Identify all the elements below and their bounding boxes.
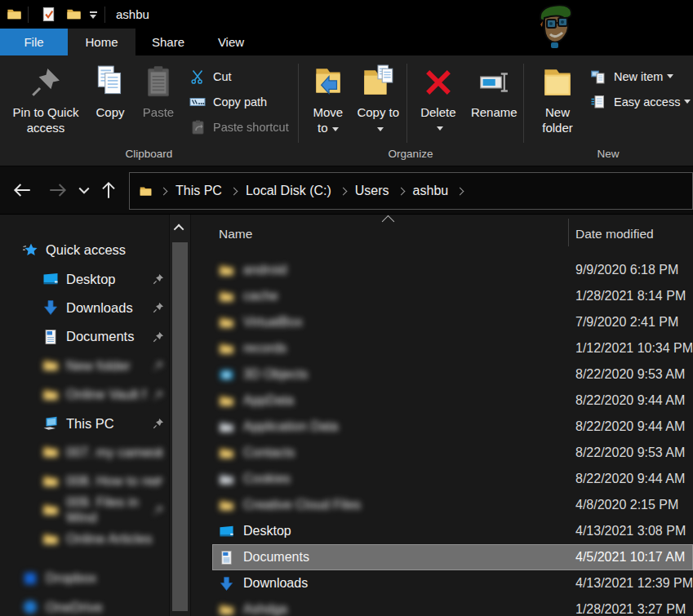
new-folder-button[interactable]: New folder [531, 55, 584, 135]
copy-to-icon [361, 64, 395, 101]
breadcrumb-users[interactable]: Users [348, 184, 397, 198]
properties-check-icon[interactable] [41, 7, 56, 22]
pin-icon [153, 446, 164, 458]
window-title: ashbu [116, 7, 149, 21]
easy-access-button[interactable]: Easy access [590, 89, 691, 114]
file-row-main: 3D Objects [212, 367, 308, 383]
sidebar-item-desktop[interactable]: Desktop [0, 264, 169, 293]
file-row-cookies[interactable]: Cookies8/22/2020 9:44 AM [212, 466, 693, 492]
new-folder-qat-icon[interactable] [66, 7, 82, 22]
breadcrumb-this-pc[interactable]: This PC [168, 184, 229, 198]
folder-3d-icon [219, 367, 234, 383]
copy-to-label: Copy to [357, 104, 399, 135]
file-date-modified: 4/5/2021 10:17 AM [575, 550, 685, 565]
sidebar-item-online-vault-f[interactable]: Online Vault f [0, 380, 169, 409]
file-row-cache[interactable]: cache1/28/2021 8:14 PM [212, 283, 693, 309]
file-date-modified: 4/8/2020 2:15 PM [575, 498, 678, 512]
sidebar-item-this-pc[interactable]: This PC [0, 409, 169, 437]
pin-to-quick-access-button[interactable]: Pin to Quick access [5, 55, 87, 135]
desktop-icon [219, 524, 234, 539]
rename-button[interactable]: Rename [465, 55, 523, 120]
copy-path-button[interactable]: Copy path [189, 89, 289, 114]
column-header-name[interactable]: Name [219, 227, 252, 242]
folder-icon [219, 393, 234, 409]
recent-locations-chevron-icon[interactable] [77, 179, 91, 201]
paste-icon [141, 64, 175, 101]
breadcrumb-local-disk-c[interactable]: Local Disk (C:) [238, 184, 339, 198]
breadcrumb-chevron-icon[interactable] [339, 187, 347, 195]
breadcrumb-chevron-icon[interactable] [160, 187, 168, 195]
column-header-date-modified[interactable]: Date modified [575, 227, 654, 242]
paste-shortcut-button[interactable]: Paste shortcut [189, 114, 289, 140]
tab-home[interactable]: Home [68, 29, 135, 55]
sidebar-item-online-articles[interactable]: Online Articles [0, 525, 169, 553]
paste-shortcut-icon [189, 119, 206, 135]
tab-view[interactable]: View [201, 29, 261, 55]
file-row-main: Contacts [212, 445, 295, 461]
cut-scissors-icon [189, 69, 206, 85]
file-name: Creative Cloud Files [243, 498, 361, 512]
delete-button[interactable]: Delete [411, 55, 465, 135]
file-date-modified: 8/22/2020 9:53 AM [575, 445, 685, 460]
file-menu-button[interactable]: File [0, 29, 68, 55]
address-bar[interactable]: This PC Local Disk (C:) Users ashbu [129, 172, 693, 210]
move-to-icon [311, 64, 345, 101]
copy-to-button[interactable]: Copy to [353, 55, 404, 135]
file-row-ashdga[interactable]: Ashdga1/28/2021 3:27 PM [212, 596, 693, 616]
file-row-downloads[interactable]: Downloads4/13/2021 12:39 PM [212, 570, 693, 596]
file-row-application-data[interactable]: Application Data8/22/2020 9:44 AM [212, 414, 693, 440]
scrollbar-thumb[interactable] [172, 242, 188, 611]
ribbon-group-organize: Move to Copy to [298, 55, 523, 166]
file-row-creative-cloud-files[interactable]: Creative Cloud Files4/8/2020 2:15 PM [212, 492, 693, 518]
file-row-desktop[interactable]: Desktop4/13/2021 3:08 PM [212, 518, 693, 544]
tab-share[interactable]: Share [135, 29, 201, 55]
sidebar-item-label: Desktop [66, 272, 116, 287]
documents-icon [42, 329, 59, 345]
customize-toolbar-caret-icon[interactable] [89, 10, 99, 20]
sidebar-item-label: Online Articles [66, 531, 152, 547]
sidebar-item-documents[interactable]: Documents [0, 322, 169, 351]
forward-button[interactable] [47, 179, 69, 201]
file-row-main: AppData [212, 393, 294, 409]
new-group-label: New [523, 148, 693, 166]
file-row-appdata[interactable]: AppData8/22/2020 9:44 AM [212, 388, 693, 414]
scrollbar-up-button[interactable] [170, 215, 190, 241]
file-row-contacts[interactable]: Contacts8/22/2020 9:53 AM [212, 440, 693, 466]
up-button[interactable] [98, 179, 119, 201]
breadcrumb-chevron-icon[interactable] [456, 187, 464, 195]
breadcrumb-chevron-icon[interactable] [397, 187, 405, 195]
cut-button[interactable]: Cut [189, 64, 289, 89]
file-name: Documents [243, 550, 309, 565]
sidebar-item-new-folder[interactable]: New folder [0, 352, 169, 380]
file-row-3d-objects[interactable]: 3D Objects8/22/2020 9:53 AM [212, 361, 693, 388]
sidebar-item-dropbox[interactable]: Dropbox [0, 564, 169, 592]
file-name: AppData [243, 393, 294, 408]
file-row-android[interactable]: android9/9/2020 6:18 PM [212, 257, 693, 283]
column-divider[interactable] [568, 219, 569, 246]
file-name: cache [243, 289, 278, 304]
file-name: Downloads [243, 576, 308, 591]
paste-button[interactable]: Paste [134, 55, 183, 120]
copy-icon [93, 64, 127, 101]
file-row-virtualbox[interactable]: VirtualBox7/9/2020 2:41 PM [212, 309, 693, 335]
sidebar-item-009-files-in-wind[interactable]: 009. Files in Wind [0, 496, 169, 525]
back-button[interactable] [11, 179, 33, 201]
sidebar-item-downloads[interactable]: Downloads [0, 294, 169, 322]
chevron-up-icon [174, 224, 184, 234]
sidebar-item-onedrive[interactable]: OneDrive [0, 593, 169, 616]
sidebar-item-007-my-camera[interactable]: 007. my camera [0, 438, 169, 467]
pin-to-quick-access-label: Pin to Quick access [5, 104, 87, 135]
navigation-bar: This PC Local Disk (C:) Users ashbu [0, 166, 693, 215]
sidebar-item-quick-access[interactable]: Quick access [0, 236, 169, 264]
new-folder-label: New folder [536, 104, 579, 135]
file-date-modified: 7/9/2020 2:41 PM [575, 315, 678, 330]
breadcrumb-chevron-icon[interactable] [229, 187, 238, 195]
new-item-button[interactable]: New item [590, 64, 691, 89]
file-row-records[interactable]: records1/12/2021 10:34 PM [212, 335, 693, 361]
sort-ascending-chevron-icon [382, 215, 395, 228]
move-to-button[interactable]: Move to [303, 55, 353, 135]
file-row-documents[interactable]: Documents4/5/2021 10:17 AM [212, 544, 693, 570]
sidebar-item-008-how-to-rec[interactable]: 008. How to rec [0, 467, 169, 495]
copy-button[interactable]: Copy [87, 55, 134, 120]
breadcrumb-ashbu[interactable]: ashbu [406, 184, 456, 198]
